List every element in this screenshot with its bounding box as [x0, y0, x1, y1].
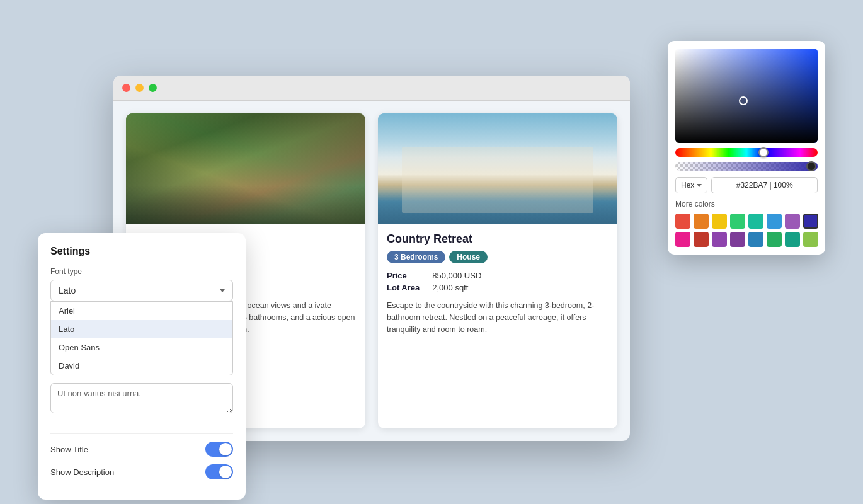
settings-panel: Settings Font type Lato Ariel Lato Open … — [38, 233, 246, 500]
color-gradient-box[interactable] — [675, 49, 818, 143]
swatch-2[interactable] — [712, 214, 727, 229]
text-preview-input[interactable] — [50, 383, 233, 413]
show-description-toggle[interactable] — [205, 464, 233, 479]
alpha-thumb[interactable] — [806, 161, 816, 171]
country-badge-type: House — [449, 251, 488, 263]
show-title-toggle[interactable] — [205, 442, 233, 457]
minimize-button[interactable] — [135, 84, 144, 92]
property-card-country: Country Retreat 3 Bedrooms House Price 8… — [378, 113, 617, 428]
settings-divider — [50, 433, 233, 434]
swatch-14[interactable] — [785, 232, 800, 247]
swatch-4[interactable] — [748, 214, 763, 229]
color-cursor[interactable] — [739, 96, 748, 105]
maximize-button[interactable] — [149, 84, 157, 92]
chevron-down-icon — [220, 289, 225, 292]
show-description-label: Show Description — [50, 467, 114, 477]
country-price-label: Price — [387, 271, 420, 280]
country-card-body: Country Retreat 3 Bedrooms House Price 8… — [378, 224, 617, 344]
show-title-label: Show Title — [50, 445, 88, 454]
country-area-value: 2,000 sqft — [432, 283, 609, 292]
swatch-12[interactable] — [748, 232, 763, 247]
rainbow-thumb[interactable] — [758, 147, 769, 158]
country-badge-bedrooms: 3 Bedrooms — [387, 251, 445, 263]
font-select-display[interactable]: Lato — [50, 280, 233, 301]
country-title: Country Retreat — [387, 232, 609, 246]
color-picker: Hex #322BA7 | 100% More colors — [668, 41, 825, 255]
rainbow-hue-slider[interactable] — [675, 148, 818, 157]
show-description-row: Show Description — [50, 464, 233, 479]
font-select-wrapper: Lato Ariel Lato Open Sans David — [50, 280, 233, 375]
swatch-1[interactable] — [694, 214, 709, 229]
font-option-lato[interactable]: Lato — [51, 320, 232, 338]
swatch-8[interactable] — [675, 232, 690, 247]
font-dropdown: Ariel Lato Open Sans David — [50, 301, 233, 375]
swatch-3[interactable] — [730, 214, 745, 229]
swatch-6[interactable] — [785, 214, 800, 229]
swatch-9[interactable] — [694, 232, 709, 247]
property-image-country — [378, 113, 617, 224]
swatch-0[interactable] — [675, 214, 690, 229]
swatch-11[interactable] — [730, 232, 745, 247]
alpha-slider[interactable] — [675, 162, 818, 171]
country-badges: 3 Bedrooms House — [387, 251, 609, 263]
settings-title: Settings — [50, 246, 233, 257]
swatch-5[interactable] — [767, 214, 782, 229]
color-swatches-row1 — [675, 214, 818, 247]
swatch-15[interactable] — [803, 232, 818, 247]
property-image-coastal — [126, 113, 365, 224]
selected-font-text: Lato — [59, 285, 76, 295]
color-hex-input[interactable]: #322BA7 | 100% — [711, 177, 818, 193]
swatch-10[interactable] — [712, 232, 727, 247]
font-option-ariel[interactable]: Ariel — [51, 302, 232, 320]
swatch-7[interactable] — [803, 214, 818, 229]
color-format-label: Hex — [681, 181, 694, 190]
titlebar — [113, 76, 630, 101]
font-type-label: Font type — [50, 267, 233, 276]
font-option-opensans[interactable]: Open Sans — [51, 338, 232, 357]
country-description: Escape to the countryside with this char… — [387, 300, 609, 335]
close-button[interactable] — [122, 84, 130, 92]
swatch-13[interactable] — [767, 232, 782, 247]
format-chevron-icon — [697, 184, 702, 187]
font-option-david[interactable]: David — [51, 357, 232, 375]
color-format-select[interactable]: Hex — [675, 177, 707, 193]
color-inputs: Hex #322BA7 | 100% — [675, 177, 818, 193]
country-area-label: Lot Area — [387, 283, 420, 292]
country-price-value: 850,000 USD — [432, 271, 609, 280]
more-colors-label: More colors — [675, 200, 818, 209]
country-details: Price 850,000 USD Lot Area 2,000 sqft — [387, 271, 609, 292]
show-title-row: Show Title — [50, 442, 233, 457]
